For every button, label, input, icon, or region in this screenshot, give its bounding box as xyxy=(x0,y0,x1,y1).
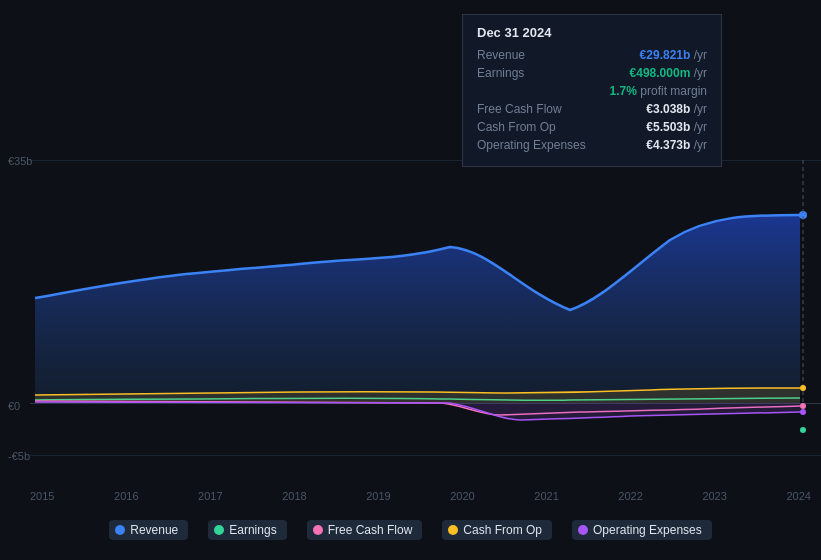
legend-dot-cashfromop xyxy=(448,525,458,535)
x-label-2020: 2020 xyxy=(450,490,474,502)
legend-dot-opex xyxy=(578,525,588,535)
earnings-dot xyxy=(800,427,806,433)
legend-text-cashfromop: Cash From Op xyxy=(463,523,542,537)
revenue-area xyxy=(35,215,800,403)
tooltip-value-revenue: €29.821b /yr xyxy=(640,48,707,62)
tooltip-label-cashfromop: Cash From Op xyxy=(477,120,556,134)
tooltip-value-opex: €4.373b /yr xyxy=(646,138,707,152)
x-axis: 2015 2016 2017 2018 2019 2020 2021 2022 … xyxy=(30,490,811,502)
profit-margin: 1.7% profit margin xyxy=(610,84,707,98)
tooltip-subrow-margin: 1.7% profit margin xyxy=(477,84,707,98)
legend: Revenue Earnings Free Cash Flow Cash Fro… xyxy=(0,520,821,540)
legend-label-opex: Operating Expenses xyxy=(572,520,712,540)
tooltip-value-cashfromop: €5.503b /yr xyxy=(646,120,707,134)
tooltip: Dec 31 2024 Revenue €29.821b /yr Earning… xyxy=(462,14,722,167)
tooltip-date: Dec 31 2024 xyxy=(477,25,707,40)
tooltip-label-opex: Operating Expenses xyxy=(477,138,586,152)
x-label-2019: 2019 xyxy=(366,490,390,502)
x-label-2018: 2018 xyxy=(282,490,306,502)
x-label-2023: 2023 xyxy=(702,490,726,502)
legend-item-fcf[interactable]: Free Cash Flow xyxy=(307,520,423,540)
tooltip-row-earnings: Earnings €498.000m /yr xyxy=(477,66,707,80)
legend-label-earnings: Earnings xyxy=(208,520,286,540)
cashfromop-dot xyxy=(800,385,806,391)
legend-item-cashfromop[interactable]: Cash From Op xyxy=(442,520,552,540)
tooltip-row-revenue: Revenue €29.821b /yr xyxy=(477,48,707,62)
tooltip-row-fcf: Free Cash Flow €3.038b /yr xyxy=(477,102,707,116)
legend-text-opex: Operating Expenses xyxy=(593,523,702,537)
x-label-2015: 2015 xyxy=(30,490,54,502)
legend-label-cashfromop: Cash From Op xyxy=(442,520,552,540)
legend-dot-fcf xyxy=(313,525,323,535)
legend-text-revenue: Revenue xyxy=(130,523,178,537)
opex-area xyxy=(35,402,800,420)
tooltip-row-cashfromop: Cash From Op €5.503b /yr xyxy=(477,120,707,134)
x-label-2016: 2016 xyxy=(114,490,138,502)
legend-item-earnings[interactable]: Earnings xyxy=(208,520,286,540)
opex-dot xyxy=(800,409,806,415)
tooltip-label-revenue: Revenue xyxy=(477,48,525,62)
legend-item-revenue[interactable]: Revenue xyxy=(109,520,188,540)
x-label-2022: 2022 xyxy=(618,490,642,502)
legend-dot-earnings xyxy=(214,525,224,535)
legend-text-fcf: Free Cash Flow xyxy=(328,523,413,537)
tooltip-value-earnings: €498.000m /yr xyxy=(630,66,707,80)
chart-area: €35b €0 -€5b xyxy=(0,0,821,560)
x-label-2024: 2024 xyxy=(786,490,810,502)
tooltip-row-opex: Operating Expenses €4.373b /yr xyxy=(477,138,707,152)
x-label-2017: 2017 xyxy=(198,490,222,502)
legend-text-earnings: Earnings xyxy=(229,523,276,537)
tooltip-value-fcf: €3.038b /yr xyxy=(646,102,707,116)
legend-label-revenue: Revenue xyxy=(109,520,188,540)
x-label-2021: 2021 xyxy=(534,490,558,502)
tooltip-label-earnings: Earnings xyxy=(477,66,524,80)
tooltip-label-fcf: Free Cash Flow xyxy=(477,102,562,116)
legend-label-fcf: Free Cash Flow xyxy=(307,520,423,540)
legend-dot-revenue xyxy=(115,525,125,535)
legend-item-opex[interactable]: Operating Expenses xyxy=(572,520,712,540)
fcf-dot xyxy=(800,403,806,409)
